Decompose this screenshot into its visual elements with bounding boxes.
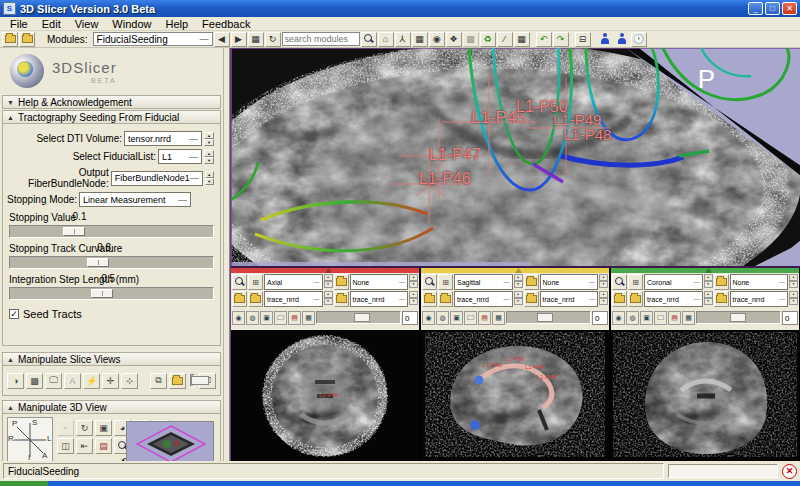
spin-up-icon[interactable]: ▲ — [205, 171, 214, 178]
spin-up-icon[interactable]: ▲ — [409, 291, 418, 298]
slice-offset-slider[interactable] — [696, 311, 781, 324]
slice-visibility-button[interactable]: ◉ — [422, 311, 435, 325]
sagittal-slice-view[interactable]: L1-P45 L1-P50 L1-P49 L1-P48 — [421, 330, 609, 461]
spin-up-icon[interactable]: ▲ — [789, 274, 798, 281]
slice-more-button[interactable] — [612, 274, 627, 290]
fg-volume-spinner[interactable]: ▲▼ — [409, 274, 418, 290]
menu-feedback[interactable]: Feedback — [196, 17, 256, 31]
fg-volume-spinner[interactable]: ▲▼ — [789, 274, 798, 290]
screenshot-button[interactable]: ⊟ — [575, 32, 591, 47]
step-length-handle[interactable] — [91, 289, 113, 298]
spin-up-icon[interactable]: ▲ — [789, 291, 798, 298]
spin-down-icon[interactable]: ▼ — [204, 139, 214, 146]
fiducial-place-button[interactable] — [597, 32, 613, 47]
spin-down-icon[interactable]: ▼ — [704, 281, 713, 288]
module-refresh-button[interactable]: ↻ — [265, 32, 281, 47]
fg-volume-button[interactable] — [334, 274, 349, 290]
fade-button[interactable] — [169, 373, 186, 389]
spin-down-icon[interactable]: ▼ — [514, 281, 523, 288]
fiducial-select-button[interactable] — [614, 32, 630, 47]
grid-button[interactable]: ▦ — [302, 311, 315, 325]
slice-views-section-header[interactable]: ▲ Manipulate Slice Views — [2, 352, 221, 366]
spin-down-icon[interactable]: ▼ — [324, 298, 333, 305]
editor-module-button[interactable]: ♻ — [480, 32, 496, 47]
colors-button[interactable]: ▤ — [478, 311, 491, 325]
save-scene-button[interactable] — [19, 32, 35, 47]
ortho-view-button[interactable]: ▣ — [95, 420, 112, 436]
spin-up-icon[interactable]: ▲ — [409, 274, 418, 281]
slice-link-button[interactable] — [422, 291, 437, 307]
fiducials-module-button[interactable]: ▩ — [463, 32, 479, 47]
spin-up-icon[interactable]: ▲ — [704, 274, 713, 281]
spin-down-icon[interactable]: ▼ — [409, 281, 418, 288]
navigation-thumbnail[interactable] — [126, 421, 214, 461]
slice-visibility-button[interactable]: ◉ — [612, 311, 625, 325]
spin-down-icon[interactable]: ▼ — [324, 281, 333, 288]
view3d-section-header[interactable]: ▲ Manipulate 3D View — [2, 400, 221, 414]
orientation-compass[interactable]: P S L R A I — [7, 417, 53, 461]
spin-up-icon[interactable]: ▲ — [204, 132, 214, 139]
menu-edit[interactable]: Edit — [36, 17, 67, 31]
slice-more-button[interactable] — [232, 274, 247, 290]
slice-link-button[interactable] — [232, 291, 247, 307]
orientation-menu-button[interactable]: ⊞ — [628, 274, 643, 290]
bg-volume-spinner[interactable]: ▲▼ — [324, 291, 333, 307]
colors-module-button[interactable]: ▦ — [514, 32, 530, 47]
layers-button[interactable]: ▣ — [450, 311, 463, 325]
fiducial-list-spinner[interactable]: ▲▼ — [204, 150, 214, 164]
annotation-button[interactable]: A — [64, 373, 81, 389]
orientation-menu-button[interactable]: ⊞ — [438, 274, 453, 290]
navigation-zoom-button[interactable]: ⇤ — [76, 438, 93, 454]
dti-volume-select[interactable]: tensor.nrrd — — [124, 131, 202, 146]
seed-tracts-checkbox[interactable]: ✓ — [9, 309, 19, 319]
spin-down-icon[interactable]: ▼ — [789, 298, 798, 305]
search-module-button[interactable] — [361, 32, 377, 47]
models-module-button[interactable]: ◉ — [429, 32, 445, 47]
slice-more-button[interactable] — [422, 274, 437, 290]
fg-volume-button[interactable] — [524, 274, 539, 290]
toggle-visibility-button[interactable]: ◑ — [7, 373, 24, 389]
orientation-menu-button[interactable]: ⊞ — [248, 274, 263, 290]
spin-up-icon[interactable]: ▲ — [514, 274, 523, 281]
rock-view-button[interactable]: ↻ — [76, 420, 93, 436]
orientation-select[interactable]: Axial— — [264, 274, 323, 290]
select-color-button[interactable]: ▤ — [95, 438, 112, 454]
menu-help[interactable]: Help — [159, 17, 194, 31]
output-node-select[interactable]: FiberBundleNode1 — — [111, 171, 203, 186]
bg-volume-spinner[interactable]: ▲▼ — [704, 291, 713, 307]
label-volume-button[interactable] — [628, 291, 643, 307]
crosshair-button[interactable]: ✛ — [102, 373, 119, 389]
help-section-header[interactable]: ▼ Help & Acknowledgement — [2, 95, 221, 109]
spin-up-icon[interactable]: ▲ — [204, 150, 214, 157]
slice-visibility-button[interactable]: ◉ — [232, 311, 245, 325]
cancel-icon[interactable]: ✕ — [782, 464, 797, 479]
spin-down-icon[interactable]: ▼ — [205, 178, 214, 185]
volumes-module-button[interactable]: ▦ — [412, 32, 428, 47]
slice-offset-value[interactable]: 0 — [402, 311, 418, 325]
orientation-spinner[interactable]: ▲▼ — [324, 274, 333, 290]
minimize-button[interactable]: _ — [748, 2, 763, 15]
maximize-button[interactable]: □ — [765, 2, 780, 15]
slice-offset-slider[interactable] — [506, 311, 591, 324]
fg-volume-select[interactable]: None— — [730, 274, 789, 290]
spin-down-icon[interactable]: ▼ — [599, 298, 608, 305]
label-volume-select[interactable]: trace_nrrd— — [540, 291, 599, 307]
spin-down-icon[interactable]: ▼ — [704, 298, 713, 305]
slice-offset-value[interactable]: 0 — [782, 311, 798, 325]
menu-view[interactable]: View — [69, 17, 105, 31]
axis-visible-button[interactable]: ◫ — [57, 438, 74, 454]
output-node-spinner[interactable]: ▲▼ — [205, 171, 214, 185]
clock-button[interactable]: 🕑 — [631, 32, 647, 47]
bg-volume-button[interactable] — [714, 291, 729, 307]
label-opacity-button[interactable]: ◍ — [626, 311, 639, 325]
grid-button[interactable]: ▦ — [492, 311, 505, 325]
measurements-module-button[interactable]: ∕ — [497, 32, 513, 47]
toggle-labels-button[interactable]: ▩ — [26, 373, 43, 389]
spin-view-button[interactable]: ▫ — [57, 420, 74, 436]
label-volume-spinner[interactable]: ▲▼ — [599, 291, 608, 307]
spin-up-icon[interactable]: ▲ — [324, 274, 333, 281]
bg-volume-button[interactable] — [334, 291, 349, 307]
interpolation-button[interactable]: ⚡ — [83, 373, 100, 389]
orientation-spinner[interactable]: ▲▼ — [704, 274, 713, 290]
redo-button[interactable]: ↷ — [553, 32, 569, 47]
